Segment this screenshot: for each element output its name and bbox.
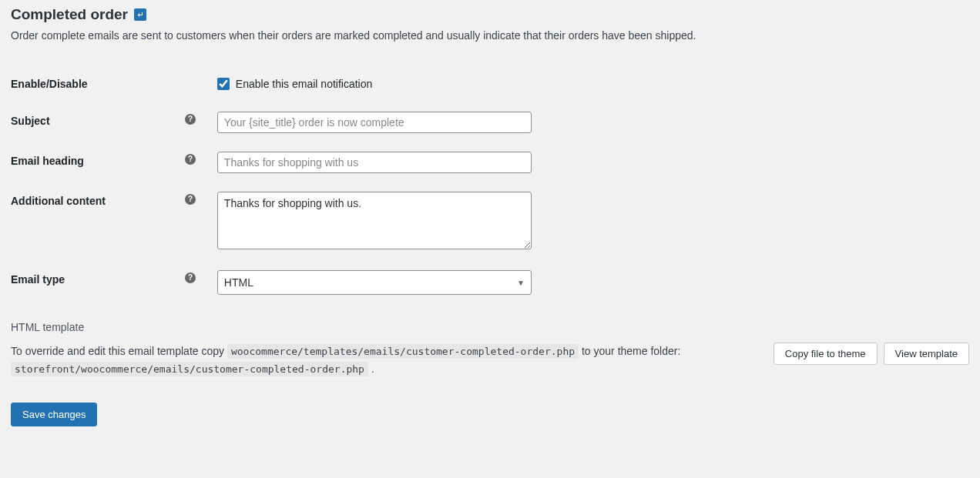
page-title: Completed order — [11, 6, 969, 23]
heading-label: Email heading — [11, 142, 180, 182]
return-icon[interactable] — [134, 8, 146, 21]
template-heading: HTML template — [11, 321, 969, 333]
email-type-label: Email type — [11, 261, 180, 304]
heading-input[interactable] — [217, 152, 532, 173]
email-type-select[interactable]: HTML ▼ — [217, 270, 532, 295]
page-title-text: Completed order — [11, 6, 128, 23]
chevron-down-icon: ▼ — [517, 279, 525, 287]
enable-checkbox-wrap[interactable]: Enable this email notification — [217, 78, 969, 90]
template-override-text: To override and edit this email template… — [11, 343, 758, 378]
additional-content-textarea[interactable]: Thanks for shopping with us. — [217, 192, 532, 249]
page-description: Order complete emails are sent to custom… — [11, 28, 969, 44]
enable-checkbox-label: Enable this email notification — [236, 78, 372, 90]
help-icon[interactable]: ? — [185, 194, 196, 205]
subject-input[interactable] — [217, 112, 532, 133]
email-type-value: HTML — [224, 276, 253, 289]
save-button[interactable]: Save changes — [11, 403, 97, 426]
help-icon[interactable]: ? — [185, 272, 196, 283]
help-icon[interactable]: ? — [185, 114, 196, 125]
additional-label: Additional content — [11, 182, 180, 261]
template-source-path: woocommerce/templates/emails/customer-co… — [227, 344, 579, 359]
copy-file-button[interactable]: Copy file to theme — [774, 343, 878, 365]
enable-checkbox[interactable] — [217, 78, 230, 90]
subject-label: Subject — [11, 102, 180, 142]
template-dest-path: storefront/woocommerce/emails/customer-c… — [11, 362, 368, 376]
enable-label: Enable/Disable — [11, 65, 180, 102]
help-icon[interactable]: ? — [185, 154, 196, 165]
view-template-button[interactable]: View template — [884, 343, 969, 365]
